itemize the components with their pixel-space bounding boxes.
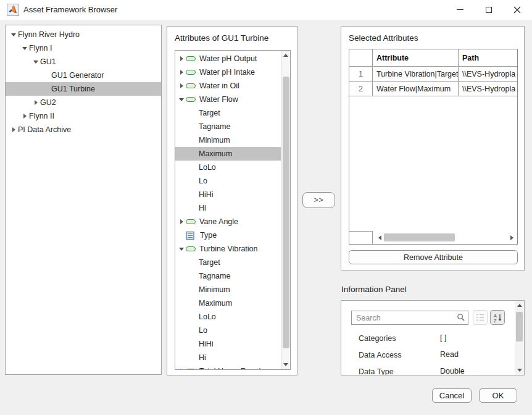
cell-attribute: Water Flow|Maximum — [373, 82, 459, 96]
attribute-item-minimum[interactable]: Minimum — [175, 283, 281, 296]
attribute-item-turbine-vibration[interactable]: Turbine Vibration — [175, 242, 281, 256]
tree-item-label: Tagname — [199, 122, 230, 131]
close-icon[interactable] — [503, 0, 531, 19]
property-row-data-type: Data TypeDouble — [341, 364, 502, 375]
chevron-right-icon[interactable] — [177, 70, 186, 75]
chevron-down-icon[interactable] — [20, 47, 29, 50]
selected-attributes-table: Attribute Path 1Turbine Vibration|Target… — [349, 49, 518, 245]
tree-item-label: Total Hours Running — [199, 367, 269, 370]
attribute-item-water-in-oil[interactable]: Water in Oil — [175, 79, 281, 93]
scroll-down-icon[interactable] — [515, 366, 524, 375]
attribute-item-water-ph-intake[interactable]: Water pH Intake — [175, 65, 281, 79]
selected-attributes-panel: Selected Attributes Attribute Path 1Turb… — [341, 26, 525, 270]
scroll-right-icon[interactable] — [507, 231, 516, 244]
scroll-left-icon[interactable] — [375, 231, 384, 244]
tree-item-label: Minimum — [199, 136, 230, 145]
tree-item-flynn-ii[interactable]: Flynn II — [6, 109, 161, 123]
row-index: 1 — [349, 67, 373, 82]
attribute-item-hi[interactable]: Hi — [175, 201, 281, 215]
attribute-item-tagname[interactable]: Tagname — [175, 120, 281, 133]
attribute-item-type[interactable]: Type — [175, 228, 281, 242]
attribute-item-maximum[interactable]: Maximum — [175, 147, 281, 161]
attribute-pill-icon — [186, 369, 196, 370]
chevron-down-icon[interactable] — [177, 98, 186, 101]
chevron-right-icon[interactable] — [177, 369, 186, 370]
ok-button[interactable]: OK — [479, 388, 517, 403]
tree-item-gu1-turbine[interactable]: GU1 Turbine — [6, 82, 161, 96]
attribute-item-vane-angle[interactable]: Vane Angle — [175, 215, 281, 228]
search-icon — [457, 313, 465, 324]
tree-item-label: Target — [199, 258, 220, 267]
column-header-path[interactable]: Path — [459, 49, 517, 67]
attribute-pill-icon — [186, 97, 196, 102]
attribute-item-water-ph-output[interactable]: Water pH Output — [175, 52, 281, 65]
scroll-up-icon[interactable] — [281, 51, 290, 60]
attributes-list: Water pH OutputWater pH IntakeWater in O… — [175, 52, 281, 370]
attributes-scrollbar[interactable] — [281, 51, 290, 369]
attribute-item-lolo[interactable]: LoLo — [175, 310, 281, 324]
add-attribute-button[interactable]: >> — [302, 192, 335, 208]
group-properties-icon[interactable] — [473, 310, 488, 325]
chevron-right-icon[interactable] — [177, 83, 186, 88]
tree-item-label: Vane Angle — [199, 217, 238, 226]
tree-item-flynn-river-hydro[interactable]: Flynn River Hydro — [6, 28, 161, 41]
info-scrollbar[interactable] — [515, 301, 524, 375]
chevron-down-icon[interactable] — [9, 33, 18, 36]
tree-item-gu1-generator[interactable]: GU1 Generator — [6, 69, 161, 82]
attribute-pill-icon — [186, 83, 196, 88]
table-row[interactable]: 2Water Flow|Maximum\\EVS-Hydropla — [349, 82, 517, 96]
attribute-pill-icon — [186, 246, 196, 251]
scrollbar-thumb[interactable] — [283, 77, 289, 348]
tree-item-flynn-i[interactable]: Flynn I — [6, 41, 161, 55]
maximize-icon[interactable] — [475, 0, 502, 19]
table-header-row: Attribute Path — [349, 49, 517, 67]
minimize-icon[interactable] — [446, 0, 474, 19]
hscrollbar-thumb[interactable] — [384, 233, 455, 241]
attribute-item-hihi[interactable]: HiHi — [175, 188, 281, 201]
chevron-right-icon[interactable] — [177, 219, 186, 224]
scrollbar-thumb[interactable] — [516, 312, 523, 342]
chevron-right-icon[interactable] — [177, 56, 186, 61]
chevron-right-icon[interactable] — [31, 100, 40, 105]
selected-attributes-title: Selected Attributes — [349, 33, 418, 43]
attribute-item-total-hours-running[interactable]: Total Hours Running — [175, 364, 281, 370]
attribute-item-maximum[interactable]: Maximum — [175, 296, 281, 310]
table-body: 1Turbine Vibration|Target\\EVS-Hydropla2… — [349, 67, 517, 96]
attribute-item-lolo[interactable]: LoLo — [175, 161, 281, 174]
tree-item-gu1[interactable]: GU1 — [6, 55, 161, 69]
chevron-right-icon[interactable] — [9, 127, 18, 132]
tree-item-label: Water pH Intake — [199, 68, 255, 77]
table-row[interactable]: 1Turbine Vibration|Target\\EVS-Hydropla — [349, 67, 517, 82]
tree-item-label: Turbine Vibration — [199, 245, 258, 253]
tree-item-label: HiHi — [199, 340, 214, 348]
chevron-down-icon[interactable] — [31, 61, 40, 64]
attribute-item-lo[interactable]: Lo — [175, 324, 281, 337]
search-input[interactable] — [351, 311, 468, 325]
attribute-item-hihi[interactable]: HiHi — [175, 337, 281, 351]
scroll-down-icon[interactable] — [281, 360, 290, 369]
scroll-up-icon[interactable] — [515, 301, 524, 310]
attribute-item-target[interactable]: Target — [175, 106, 281, 120]
tree-item-label: Maximum — [199, 149, 232, 158]
cell-attribute: Turbine Vibration|Target — [373, 67, 459, 82]
attribute-item-tagname[interactable]: Tagname — [175, 269, 281, 283]
column-header-attribute[interactable]: Attribute — [373, 49, 459, 67]
attribute-item-target[interactable]: Target — [175, 256, 281, 269]
tree-item-label: Type — [200, 231, 217, 240]
tree-item-label: Lo — [199, 177, 207, 185]
table-icon — [186, 231, 200, 240]
chevron-right-icon[interactable] — [20, 114, 29, 119]
chevron-down-icon[interactable] — [177, 248, 186, 251]
attribute-item-water-flow[interactable]: Water Flow — [175, 93, 281, 106]
attribute-item-lo[interactable]: Lo — [175, 174, 281, 188]
tree-item-gu2[interactable]: GU2 — [6, 96, 161, 109]
cancel-button[interactable]: Cancel — [432, 388, 472, 403]
tree-item-pi-data-archive[interactable]: PI Data Archive — [6, 123, 161, 136]
property-name: Data Type — [359, 367, 394, 375]
attribute-item-minimum[interactable]: Minimum — [175, 133, 281, 147]
table-horizontal-scrollbar[interactable] — [349, 231, 517, 244]
tree-item-label: Minimum — [199, 285, 230, 294]
remove-attribute-button[interactable]: Remove Attribute — [349, 250, 518, 264]
sort-az-icon[interactable]: A Z — [490, 310, 505, 325]
attribute-item-hi[interactable]: Hi — [175, 351, 281, 364]
